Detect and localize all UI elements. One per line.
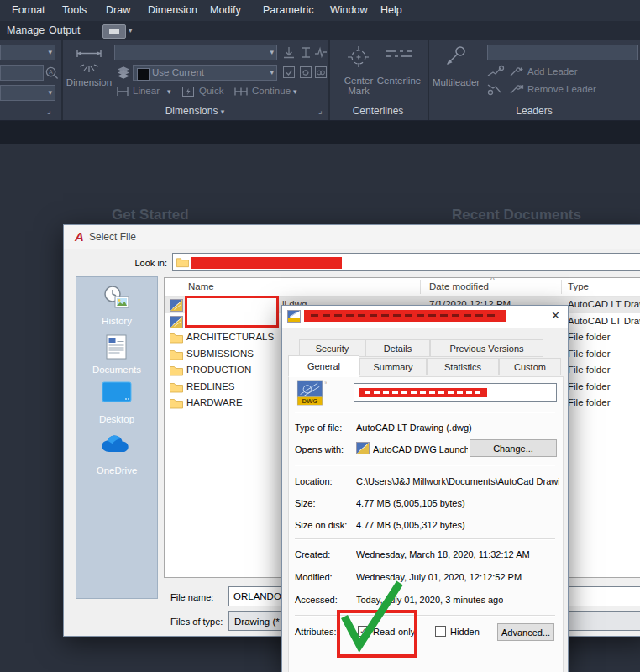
- dim-link-icon[interactable]: [314, 66, 328, 80]
- file-name-value: ORLANDO: [233, 591, 281, 601]
- quick-button[interactable]: Quick: [199, 86, 223, 96]
- size-value: 4.77 MB (5,005,105 bytes): [356, 498, 465, 508]
- multileader-label: Multileader: [430, 77, 482, 87]
- type-of-file-label: Type of file:: [295, 423, 342, 433]
- dwg-file-icon-large: DWG ™: [296, 380, 327, 406]
- folder-name: REDLINES: [186, 381, 235, 391]
- look-in-combo[interactable]: [172, 253, 640, 271]
- hidden-checkbox[interactable]: [435, 626, 446, 637]
- tab-custom[interactable]: Custom: [499, 358, 561, 375]
- left-panel-combo-1[interactable]: ▾: [0, 45, 55, 60]
- get-started-heading: Get Started: [112, 207, 189, 223]
- centerlines-panel-title[interactable]: Centerlines: [329, 104, 427, 118]
- chevron-down-icon[interactable]: ▾: [293, 87, 297, 96]
- chevron-down-icon: ▾: [270, 48, 274, 56]
- recent-documents-heading: Recent Documents: [452, 207, 581, 223]
- leaders-panel-title[interactable]: Leaders: [428, 104, 640, 118]
- column-type[interactable]: Type: [568, 281, 589, 291]
- redaction-bar: [304, 310, 506, 322]
- advanced-button[interactable]: Advanced...: [497, 623, 554, 641]
- tab-summary[interactable]: Summary: [359, 358, 427, 375]
- left-panel-combo-3[interactable]: ▾: [0, 85, 55, 101]
- properties-title-bar: ✕: [282, 306, 568, 328]
- ribbon-display-toggle-button[interactable]: [102, 24, 126, 39]
- column-separator[interactable]: [420, 280, 421, 294]
- select-file-title-bar: A Select File: [64, 225, 640, 249]
- folder-icon: [170, 365, 183, 377]
- dim-layer-combo[interactable]: Use Current ▾: [133, 65, 277, 81]
- menu-help[interactable]: Help: [377, 0, 406, 21]
- chevron-down-icon[interactable]: ▾: [129, 21, 133, 40]
- panel-expander-icon[interactable]: ⌟: [318, 107, 323, 115]
- column-separator[interactable]: [561, 280, 562, 294]
- tab-previous-versions[interactable]: Previous Versions: [430, 339, 543, 357]
- dim-update-icon[interactable]: [282, 45, 296, 60]
- sort-ascending-icon: ^: [490, 277, 495, 285]
- dim-layer-value: Use Current: [152, 67, 204, 77]
- folder-icon: [170, 332, 183, 344]
- dwg-file-icon: [170, 316, 183, 328]
- panel-image-icon: [109, 29, 119, 34]
- menu-parametric[interactable]: Parametric: [260, 0, 317, 21]
- place-history-label: History: [76, 316, 157, 326]
- menu-format[interactable]: Format: [8, 0, 49, 21]
- file-type: File folder: [568, 349, 611, 359]
- files-of-type-value: Drawing (*: [234, 617, 280, 627]
- left-panel-combo-2[interactable]: [0, 65, 44, 81]
- ribbon-tab-output[interactable]: Output: [49, 21, 81, 40]
- dim-check-icon[interactable]: [282, 66, 296, 80]
- look-in-label: Look in:: [127, 258, 167, 268]
- dimensions-panel-title[interactable]: Dimensions ▾: [62, 104, 328, 118]
- column-date-modified[interactable]: Date modified: [429, 281, 489, 291]
- annotation-search-icon[interactable]: A: [45, 66, 59, 80]
- multileader-button[interactable]: [442, 44, 467, 69]
- dwg-app-icon: [356, 442, 370, 454]
- continue-button[interactable]: Continue: [252, 86, 291, 96]
- dimension-button-label: Dimension: [66, 77, 113, 87]
- column-name[interactable]: Name: [188, 281, 214, 291]
- add-leader-button[interactable]: Add Leader: [527, 66, 577, 76]
- linear-dim-icon: [116, 86, 129, 97]
- dim-baseline-icon[interactable]: [299, 45, 312, 60]
- menu-tools[interactable]: Tools: [59, 0, 90, 21]
- folder-icon: [170, 381, 183, 394]
- file-type: File folder: [568, 332, 611, 342]
- chevron-down-icon[interactable]: ▾: [167, 87, 171, 96]
- tab-security[interactable]: Security: [299, 339, 365, 357]
- leader-align-icon[interactable]: [485, 82, 506, 96]
- centerline-label: Centerline: [373, 76, 425, 86]
- dwg-file-icon: [170, 299, 183, 312]
- menu-modify[interactable]: Modify: [207, 0, 244, 21]
- dim-jog-icon[interactable]: [314, 45, 328, 60]
- menu-window[interactable]: Window: [327, 0, 370, 21]
- leader-collect-icon[interactable]: [485, 65, 506, 78]
- separator: [295, 465, 555, 466]
- change-button[interactable]: Change...: [470, 439, 557, 457]
- folder-name: HARDWARE: [186, 397, 243, 407]
- close-icon[interactable]: ✕: [551, 309, 560, 322]
- tab-details[interactable]: Details: [365, 339, 430, 357]
- ribbon-tab-manage[interactable]: Manage: [7, 21, 45, 40]
- accessed-label: Accessed:: [295, 595, 338, 605]
- multileader-style-combo[interactable]: [487, 45, 638, 60]
- menu-dimension[interactable]: Dimension: [144, 0, 201, 21]
- redaction-bar: [359, 388, 487, 397]
- dimension-button[interactable]: [74, 45, 104, 76]
- dim-sync-icon[interactable]: [299, 66, 312, 80]
- dim-style-combo[interactable]: ▾: [114, 45, 277, 60]
- file-name-field[interactable]: [354, 383, 557, 402]
- tab-statistics[interactable]: Statistics: [427, 358, 499, 375]
- panel-expander-icon[interactable]: ⌟: [47, 107, 51, 115]
- tab-general[interactable]: General: [288, 355, 359, 377]
- remove-leader-button[interactable]: Remove Leader: [527, 84, 596, 94]
- folder-icon: [176, 257, 189, 268]
- hidden-label: Hidden: [450, 627, 480, 637]
- center-mark-button[interactable]: [346, 45, 371, 70]
- folder-icon: [170, 349, 183, 361]
- menu-draw[interactable]: Draw: [102, 0, 134, 21]
- dimension-icon: [74, 45, 104, 76]
- file-type: File folder: [568, 381, 611, 391]
- centerline-button[interactable]: [385, 47, 413, 64]
- linear-button[interactable]: Linear: [133, 86, 160, 96]
- created-label: Created:: [295, 549, 330, 559]
